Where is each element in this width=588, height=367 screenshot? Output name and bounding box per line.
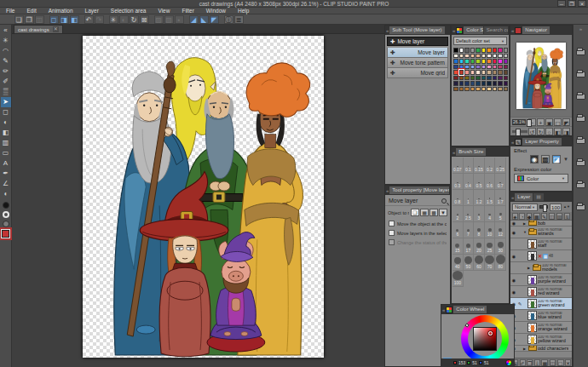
tab-sub-tool[interactable]: Sub Tool (Move layer) xyxy=(389,26,444,34)
color-swatch[interactable] xyxy=(487,70,492,75)
color-swatch[interactable] xyxy=(481,81,487,86)
create-mask-icon[interactable]: ◫ xyxy=(550,359,556,366)
menu-item-selection-area[interactable]: Selection area xyxy=(105,8,153,14)
color-swatch[interactable] xyxy=(470,76,476,81)
layer-thumbnail[interactable] xyxy=(527,311,537,320)
expression-color-dropdown[interactable]: Color ▼ xyxy=(514,174,568,183)
color-swatch[interactable] xyxy=(487,59,492,64)
color-swatch[interactable] xyxy=(493,65,498,70)
layer-thumbnail[interactable] xyxy=(527,239,537,249)
brush-size-preset-17[interactable]: 17 xyxy=(464,238,475,255)
checkbox[interactable] xyxy=(389,221,395,227)
color-swatch[interactable] xyxy=(464,87,470,92)
color-swatch[interactable] xyxy=(481,87,487,92)
checkbox-row-move-layers-in-the-s[interactable]: Move layers in the selected area xyxy=(385,228,450,238)
zoom-slider[interactable] xyxy=(527,121,527,123)
menu-item-edit[interactable]: Edit xyxy=(20,8,42,14)
brush-size-preset-1[interactable]: 1 xyxy=(464,190,475,206)
folder-arrow-icon[interactable]: ▶ xyxy=(523,347,527,351)
color-swatch[interactable] xyxy=(453,87,458,92)
layer-row-purple-wizard[interactable]: ◉100 % Normalpurple wizard xyxy=(510,274,572,286)
color-swatch[interactable] xyxy=(459,81,464,86)
menu-item-animation[interactable]: Animation xyxy=(43,8,79,14)
checkbox-row-change-the-status-of[interactable]: Change the status of the object t xyxy=(385,238,450,247)
layer-row-orange-wizard[interactable]: ◉100 % Normalorange wizard xyxy=(510,322,572,334)
set-as-draft-icon[interactable]: ✎ xyxy=(541,213,547,220)
visibility-eye-icon[interactable]: ◉ xyxy=(511,254,516,259)
selection-area-tool[interactable]: ▭ xyxy=(1,148,11,158)
transfer-layer-icon[interactable]: ⇩ xyxy=(534,359,540,366)
select-subtract-icon[interactable]: ◧ xyxy=(70,15,79,24)
color-swatch[interactable] xyxy=(498,76,503,81)
brush-size-preset-2.5[interactable]: 2.5 xyxy=(464,206,475,222)
canvas-page[interactable] xyxy=(83,36,324,358)
layer-thumbnail[interactable] xyxy=(527,275,537,284)
brush-size-preset-60[interactable]: 60 xyxy=(474,255,485,271)
magic-wand-tool[interactable]: ✳ xyxy=(1,36,11,46)
blend-tool[interactable]: ◐ xyxy=(1,118,11,128)
flip-horizontal-icon[interactable]: ◧ xyxy=(554,128,562,135)
color-swatch[interactable] xyxy=(504,65,509,70)
visibility-eye-icon[interactable]: ◉ xyxy=(511,278,516,283)
brush-size-preset-0.3[interactable]: 0.3 xyxy=(453,174,464,190)
pen-tool[interactable]: ✎ xyxy=(1,56,11,66)
brush-size-preset-4[interactable]: 4 xyxy=(485,206,496,222)
brush-size-preset-0.07[interactable]: 0.07 xyxy=(453,158,464,174)
color-swatch[interactable] xyxy=(504,87,509,92)
color-swatch[interactable] xyxy=(498,54,503,59)
material-folder-icon[interactable] xyxy=(576,116,585,122)
restore-button[interactable]: ❐ xyxy=(568,0,576,7)
scale-icon[interactable]: ▨ xyxy=(154,15,164,24)
color-swatch[interactable] xyxy=(493,81,498,86)
color-swatch[interactable] xyxy=(464,76,470,81)
color-swatch[interactable] xyxy=(476,70,481,75)
brush-size-preset-0.15[interactable]: 0.15 xyxy=(474,158,485,174)
color-swatch[interactable] xyxy=(459,65,464,70)
sv-cursor[interactable] xyxy=(488,331,493,335)
sub-tool-group-header[interactable]: ✚ Move layer xyxy=(387,37,448,46)
color-swatch[interactable] xyxy=(459,70,464,75)
brush-size-preset-30[interactable]: 30 xyxy=(495,238,506,255)
fill-tool[interactable]: ◧ xyxy=(1,128,11,138)
material-folder-icon[interactable] xyxy=(576,160,585,166)
color-swatch[interactable] xyxy=(453,76,458,81)
color-swatch[interactable] xyxy=(504,59,509,64)
undo-icon[interactable]: ↶ xyxy=(84,15,94,24)
layer-thumbnail[interactable] xyxy=(527,251,537,261)
folder-arrow-icon[interactable]: ▼ xyxy=(523,230,527,234)
effect-dropdown-arrow[interactable]: ▼ xyxy=(563,155,568,163)
color-swatch[interactable] xyxy=(487,81,492,86)
subtool-detail-icon[interactable] xyxy=(441,198,447,204)
color-swatch[interactable] xyxy=(498,48,503,53)
canvas-workspace[interactable]: cast drawings ✕ xyxy=(12,25,384,367)
move-selected-layers-button[interactable]: ▩ xyxy=(429,209,438,216)
measure-tool[interactable]: ∠ xyxy=(1,179,11,189)
layer-thumbnail[interactable] xyxy=(527,323,537,332)
color-swatch[interactable] xyxy=(470,59,476,64)
layer-row-wizards[interactable]: ◉▼100 % Normalwizards xyxy=(510,227,572,238)
new-vector-layer-icon[interactable]: ✐ xyxy=(520,359,526,366)
visibility-eye-icon[interactable]: ◉ xyxy=(511,230,516,235)
dot-icon[interactable]: ▪ xyxy=(175,15,184,24)
snap-special-ruler-icon[interactable]: ◣ xyxy=(199,15,209,24)
color-swatch[interactable] xyxy=(504,70,509,75)
brush-size-preset-70[interactable]: 70 xyxy=(485,255,496,271)
collapse-icon[interactable]: « xyxy=(511,195,514,200)
expand-icon[interactable]: » xyxy=(574,25,588,33)
delete-layer-icon[interactable]: ✕ xyxy=(565,359,571,366)
document-tab[interactable]: cast drawings ✕ xyxy=(14,25,63,33)
subtool-item-move-tone-pattern[interactable]: ✚Move tone pattern xyxy=(387,58,448,68)
color-swatch[interactable] xyxy=(470,81,476,86)
color-swatch[interactable] xyxy=(476,65,481,70)
rotate-right-icon[interactable]: ↻ xyxy=(537,128,545,135)
visibility-eye-icon[interactable]: ◉ xyxy=(511,290,516,295)
material-folder-icon[interactable] xyxy=(576,182,585,188)
brush-size-preset-15[interactable]: 15 xyxy=(453,238,464,255)
ruler-icon[interactable]: ▥ xyxy=(556,213,563,220)
tab-layer-property[interactable]: Layer Property xyxy=(522,138,561,146)
color-swatch[interactable] xyxy=(453,81,458,86)
text-tool[interactable]: A xyxy=(1,158,11,169)
layer-row-staff[interactable]: 100 % Normalstaff xyxy=(510,238,572,250)
navigator-thumbnail[interactable] xyxy=(516,43,566,109)
brush-size-preset-5[interactable]: 5 xyxy=(495,206,506,222)
